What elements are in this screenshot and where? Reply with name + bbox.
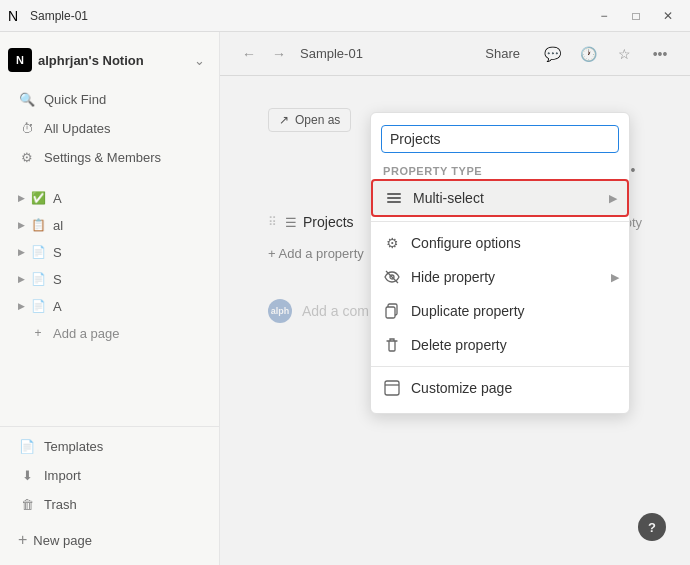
triangle-icon: ▶ — [18, 247, 25, 257]
sidebar-item-trash[interactable]: 🗑 Trash — [6, 490, 213, 518]
sidebar-item-import[interactable]: ⬇ Import — [6, 461, 213, 489]
sidebar-nav: 🔍 Quick Find ⏱ All Updates ⚙ Settings & … — [0, 80, 219, 176]
property-type-label: PROPERTY TYPE — [371, 161, 629, 179]
settings-icon: ⚙ — [18, 148, 36, 166]
svg-rect-2 — [387, 201, 401, 203]
maximize-button[interactable]: □ — [622, 4, 650, 28]
sidebar-bottom: 📄 Templates ⬇ Import 🗑 Trash — [0, 426, 219, 523]
duplicate-property-item[interactable]: Duplicate property — [371, 294, 629, 328]
triangle-icon: ▶ — [18, 301, 25, 311]
templates-icon: 📄 — [18, 437, 36, 455]
hide-icon — [381, 266, 403, 288]
customize-label: Customize page — [411, 380, 619, 396]
hide-property-item[interactable]: Hide property ▶ — [371, 260, 629, 294]
main-content: ← → Sample-01 Share 💬 🕐 ☆ ••• ↗ Open as — [220, 32, 690, 565]
multiselect-type-icon — [383, 187, 405, 209]
sidebar: N alphrjan's Notion ⌄ 🔍 Quick Find ⏱ All… — [0, 32, 220, 565]
search-icon: 🔍 — [18, 90, 36, 108]
trash-label: Trash — [44, 497, 77, 512]
doc-icon: 📄 — [29, 243, 47, 261]
property-name-input[interactable] — [381, 125, 619, 153]
customize-page-item[interactable]: Customize page — [371, 371, 629, 405]
svg-rect-1 — [387, 197, 401, 199]
svg-rect-0 — [387, 193, 401, 195]
page-s1-label: S — [53, 245, 62, 260]
sidebar-item-allupdates-label: All Updates — [44, 121, 110, 136]
delete-icon — [381, 334, 403, 356]
svg-rect-6 — [386, 307, 395, 318]
add-page-label: Add a page — [53, 326, 120, 341]
close-button[interactable]: ✕ — [654, 4, 682, 28]
workspace-header[interactable]: N alphrjan's Notion ⌄ — [0, 40, 219, 80]
sidebar-page-a2[interactable]: ▶ 📄 A — [6, 293, 213, 319]
window-title: Sample-01 — [30, 9, 590, 23]
updates-icon: ⏱ — [18, 119, 36, 137]
checkbox-icon: ✅ — [29, 189, 47, 207]
sidebar-item-allupdates[interactable]: ⏱ All Updates — [6, 114, 213, 142]
triangle-icon: ▶ — [18, 193, 25, 203]
duplicate-label: Duplicate property — [411, 303, 619, 319]
customize-icon — [381, 377, 403, 399]
multiselect-option[interactable]: Multi-select ▶ — [371, 179, 629, 217]
app-icon: N — [8, 8, 24, 24]
app-container: N alphrjan's Notion ⌄ 🔍 Quick Find ⏱ All… — [0, 32, 690, 565]
svg-rect-7 — [385, 381, 399, 395]
plus-icon: + — [18, 531, 27, 549]
notion-logo: N — [8, 48, 32, 72]
sidebar-item-quickfind-label: Quick Find — [44, 92, 106, 107]
hide-label: Hide property — [411, 269, 611, 285]
sidebar-item-settings-label: Settings & Members — [44, 150, 161, 165]
page-a-label: A — [53, 191, 62, 206]
configure-icon: ⚙ — [381, 232, 403, 254]
title-bar: N Sample-01 − □ ✕ — [0, 0, 690, 32]
sidebar-page-s1[interactable]: ▶ 📄 S — [6, 239, 213, 265]
triangle-icon: ▶ — [18, 220, 25, 230]
sidebar-page-al[interactable]: ▶ 📋 al — [6, 212, 213, 238]
popup-divider-2 — [371, 366, 629, 367]
sidebar-item-templates[interactable]: 📄 Templates — [6, 432, 213, 460]
multiselect-label: Multi-select — [413, 190, 609, 206]
property-popup: PROPERTY TYPE Multi-select ▶ ⚙ Configure… — [370, 112, 630, 414]
list-icon: 📋 — [29, 216, 47, 234]
delete-label: Delete property — [411, 337, 619, 353]
import-icon: ⬇ — [18, 466, 36, 484]
new-page-label: New page — [33, 533, 92, 548]
import-label: Import — [44, 468, 81, 483]
configure-options-item[interactable]: ⚙ Configure options — [371, 226, 629, 260]
page-al-label: al — [53, 218, 63, 233]
sidebar-page-s2[interactable]: ▶ 📄 S — [6, 266, 213, 292]
templates-label: Templates — [44, 439, 103, 454]
sidebar-item-quickfind[interactable]: 🔍 Quick Find — [6, 85, 213, 113]
sidebar-add-page[interactable]: ▶ + Add a page — [6, 320, 213, 346]
popup-divider-1 — [371, 221, 629, 222]
sidebar-page-a[interactable]: ▶ ✅ A — [6, 185, 213, 211]
hide-arrow-icon: ▶ — [611, 271, 619, 284]
duplicate-icon — [381, 300, 403, 322]
add-page-icon: + — [29, 324, 47, 342]
page-s2-label: S — [53, 272, 62, 287]
window-controls: − □ ✕ — [590, 4, 682, 28]
configure-label: Configure options — [411, 235, 619, 251]
workspace-chevron-icon[interactable]: ⌄ — [187, 48, 211, 72]
trash-icon: 🗑 — [18, 495, 36, 513]
popup-input-row — [371, 121, 629, 161]
triangle-icon: ▶ — [18, 274, 25, 284]
sidebar-item-settings[interactable]: ⚙ Settings & Members — [6, 143, 213, 171]
sidebar-pages: ▶ ✅ A ▶ 📋 al ▶ 📄 S ▶ 📄 S ▶ 📄 — [0, 176, 219, 426]
multiselect-arrow-icon: ▶ — [609, 192, 617, 205]
doc-icon: 📄 — [29, 297, 47, 315]
workspace-name: alphrjan's Notion — [38, 53, 187, 68]
minimize-button[interactable]: − — [590, 4, 618, 28]
delete-property-item[interactable]: Delete property — [371, 328, 629, 362]
doc-icon: 📄 — [29, 270, 47, 288]
new-page-button[interactable]: + New page — [6, 523, 213, 557]
page-a2-label: A — [53, 299, 62, 314]
